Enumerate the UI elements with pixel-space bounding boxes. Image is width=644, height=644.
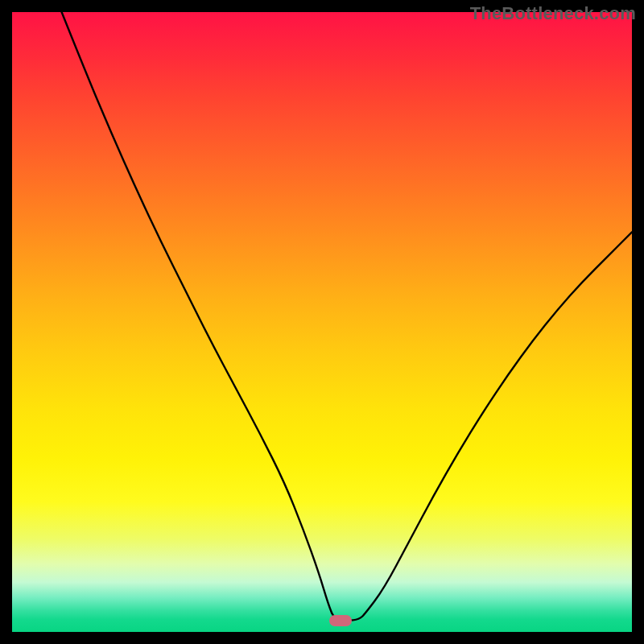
watermark-text: TheBottleneck.com [470, 3, 636, 24]
plot-area [12, 12, 632, 632]
curve-path [62, 12, 632, 621]
bottleneck-curve [12, 12, 632, 632]
chart-frame: TheBottleneck.com [0, 0, 644, 644]
optimal-point-marker [329, 615, 352, 626]
